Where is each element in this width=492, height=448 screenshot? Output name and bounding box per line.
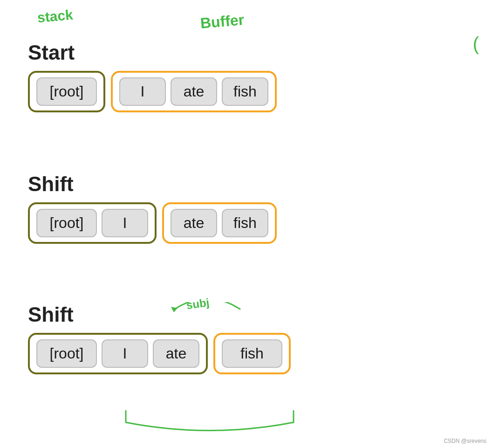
section-shift1-row: [root] I ate fish: [28, 202, 277, 244]
section-start: Start [root] I ate fish: [28, 41, 277, 112]
shift1-buffer-box: ate fish: [162, 202, 277, 244]
bottom-curve-svg: [116, 406, 303, 434]
shift1-stack-token-0: [root]: [36, 209, 97, 237]
start-buffer-token-2: fish: [222, 77, 268, 106]
shift1-buffer-token-1: fish: [222, 209, 268, 237]
shift1-stack-token-1: I: [102, 209, 148, 237]
section-shift2: Shift [root] I ate fish: [28, 303, 291, 374]
start-buffer-token-0: I: [119, 77, 166, 106]
shift2-buffer-token-0: fish: [222, 339, 282, 368]
start-buffer-token-1: ate: [171, 77, 217, 106]
section-start-row: [root] I ate fish: [28, 71, 277, 112]
annotation-paren: (: [473, 34, 479, 55]
annotation-stack: stack: [37, 7, 74, 26]
section-shift1: Shift [root] I ate fish: [28, 172, 277, 244]
shift1-stack-box: [root] I: [28, 202, 157, 244]
section-start-label: Start: [28, 41, 277, 64]
section-shift2-label: Shift: [28, 303, 291, 326]
start-stack-token-0: [root]: [36, 77, 97, 106]
annotation-buffer: Buffer: [200, 11, 245, 32]
section-shift1-label: Shift: [28, 172, 277, 196]
shift1-buffer-token-0: ate: [171, 209, 217, 237]
shift2-stack-token-0: [root]: [36, 339, 97, 368]
start-stack-box: [root]: [28, 71, 105, 112]
shift2-stack-token-2: ate: [153, 339, 199, 368]
section-shift2-row: [root] I ate fish: [28, 333, 291, 374]
shift2-buffer-box: fish: [213, 333, 291, 374]
shift2-stack-box: [root] I ate: [28, 333, 208, 374]
start-buffer-box: I ate fish: [111, 71, 277, 112]
page-container: stack Buffer ( Start [root] I ate fish S…: [0, 0, 492, 448]
watermark: CSDN @srevens: [444, 438, 486, 444]
shift2-stack-token-1: I: [102, 339, 148, 368]
